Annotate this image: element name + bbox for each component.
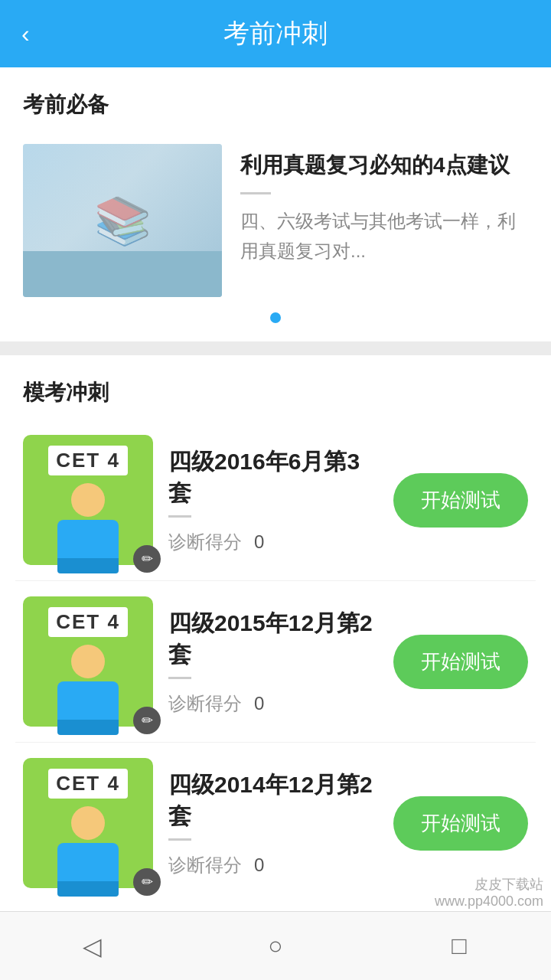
exam-item-2: CET 4 ✏ 四级2015年12月第2套 诊断得分 0 <box>15 581 536 743</box>
pre-exam-label: 考前必备 <box>0 67 551 132</box>
watermark: 皮皮下载站 www.pp4000.com <box>435 875 543 910</box>
app-header: ‹ 考前冲刺 <box>0 0 551 67</box>
back-button[interactable]: ‹ <box>21 20 30 48</box>
person-laptop-2 <box>57 720 119 735</box>
person-head <box>71 483 105 517</box>
nav-home-button[interactable]: ○ <box>253 923 298 969</box>
score-label-2: 诊断得分 <box>168 691 242 716</box>
score-label-3: 诊断得分 <box>168 853 242 877</box>
exam-list: CET 4 ✏ 四级2016年6月第3套 诊断得分 0 <box>0 420 551 919</box>
person-figure-2 <box>57 645 119 735</box>
exam-info-3: 四级2014年12月第2套 诊断得分 0 <box>168 769 378 877</box>
exam-underline-3 <box>168 838 191 841</box>
exam-info-2: 四级2015年12月第2套 诊断得分 0 <box>168 608 378 716</box>
person-laptop <box>57 558 119 573</box>
cet-level-3: CET 4 <box>48 769 128 799</box>
pre-exam-section: 考前必备 利用真题复习必知的4点建议 四、六级考试与其他考试一样，利用真题复习对… <box>0 67 551 341</box>
pen-badge-3: ✏ <box>133 868 161 896</box>
person-body-3 <box>57 843 119 881</box>
person-figure-1 <box>57 483 119 573</box>
main-content: 考前必备 利用真题复习必知的4点建议 四、六级考试与其他考试一样，利用真题复习对… <box>0 67 551 980</box>
nav-recents-button[interactable]: □ <box>436 923 482 969</box>
score-value-2: 0 <box>254 693 264 714</box>
cet-level-1: CET 4 <box>48 446 128 475</box>
exam-name-2: 四级2015年12月第2套 <box>168 608 378 671</box>
cet-card-1: CET 4 ✏ <box>23 435 153 565</box>
person-head-3 <box>71 806 105 840</box>
watermark-line1: 皮皮下载站 <box>435 875 543 893</box>
banner-image <box>23 144 222 297</box>
exam-underline-1 <box>168 515 191 518</box>
carousel-dots <box>0 312 551 323</box>
section-divider <box>0 341 551 355</box>
person-body <box>57 520 119 558</box>
watermark-line2: www.pp4000.com <box>435 893 543 910</box>
cet-card-3: CET 4 ✏ <box>23 758 153 888</box>
score-label-1: 诊断得分 <box>168 530 242 554</box>
score-value-1: 0 <box>254 531 264 553</box>
mock-exam-label: 模考冲刺 <box>0 355 551 420</box>
exam-name-3: 四级2014年12月第2套 <box>168 769 378 832</box>
start-button-1[interactable]: 开始测试 <box>393 473 528 528</box>
article-desc: 四、六级考试与其他考试一样，利用真题复习对... <box>240 207 528 266</box>
pen-badge-1: ✏ <box>133 545 161 573</box>
person-head-2 <box>71 645 105 678</box>
cet-card-2: CET 4 ✏ <box>23 596 153 727</box>
person-laptop-3 <box>57 881 119 897</box>
exam-score-row-1: 诊断得分 0 <box>168 530 378 554</box>
page-title: 考前冲刺 <box>223 16 328 51</box>
pen-badge-2: ✏ <box>133 707 161 734</box>
bottom-nav: ◁ ○ □ <box>0 911 551 980</box>
exam-score-row-2: 诊断得分 0 <box>168 691 378 716</box>
cet-level-2: CET 4 <box>48 607 128 637</box>
score-value-3: 0 <box>254 854 264 876</box>
exam-score-row-3: 诊断得分 0 <box>168 853 378 877</box>
start-button-2[interactable]: 开始测试 <box>393 635 528 689</box>
person-body-2 <box>57 681 119 720</box>
nav-back-button[interactable]: ◁ <box>69 923 115 969</box>
exam-underline-2 <box>168 677 191 679</box>
exam-item: CET 4 ✏ 四级2016年6月第3套 诊断得分 0 <box>15 420 536 581</box>
person-figure-3 <box>57 806 119 897</box>
title-divider <box>240 192 271 194</box>
article-title: 利用真题复习必知的4点建议 <box>240 150 528 180</box>
exam-name-1: 四级2016年6月第3套 <box>168 446 378 509</box>
mock-exam-section: 模考冲刺 CET 4 ✏ 四级2016年6月第3套 诊 <box>0 355 551 919</box>
exam-info-1: 四级2016年6月第3套 诊断得分 0 <box>168 446 378 554</box>
start-button-3[interactable]: 开始测试 <box>393 796 528 851</box>
banner-card[interactable]: 利用真题复习必知的4点建议 四、六级考试与其他考试一样，利用真题复习对... <box>0 132 551 297</box>
dot-1[interactable] <box>270 312 281 323</box>
banner-text: 利用真题复习必知的4点建议 四、六级考试与其他考试一样，利用真题复习对... <box>240 144 528 266</box>
